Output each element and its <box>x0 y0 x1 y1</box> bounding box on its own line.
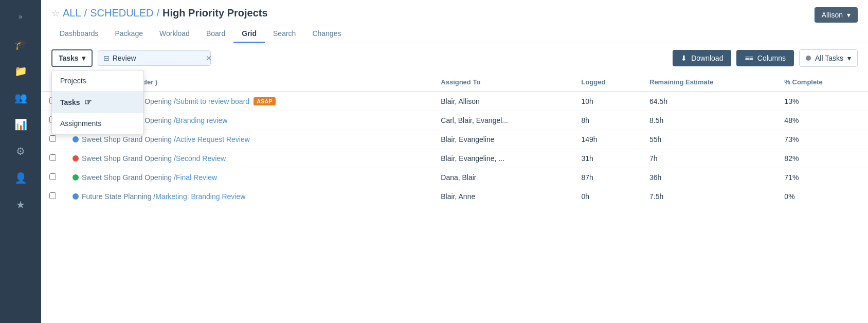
filter-input-wrap: ⊟ ✕ <box>98 50 211 66</box>
breadcrumb-scheduled[interactable]: SCHEDULED <box>90 7 153 19</box>
col-header-remaining: Remaining Estimate <box>641 73 776 92</box>
logged-cell: 8h <box>573 111 641 130</box>
chart-bar-icon[interactable]: 📊 <box>9 113 32 136</box>
remaining-cell: 64.5h <box>641 92 776 111</box>
assigned-to-cell: Carl, Blair, Evangel... <box>432 111 573 130</box>
task-link[interactable]: Branding review <box>176 116 227 124</box>
task-cell: Sweet Shop Grand Opening / Second Review <box>64 149 432 168</box>
assigned-to-cell: Blair, Evangeline <box>432 130 573 149</box>
logged-cell: 31h <box>573 149 641 168</box>
task-project: Sweet Shop Grand Opening / <box>82 135 176 143</box>
header: ☆ ALL / SCHEDULED / High Priority Projec… <box>41 0 868 43</box>
breadcrumb-all[interactable]: ALL <box>63 7 81 19</box>
dropdown-item-tasks[interactable]: Tasks ☞ <box>52 91 143 113</box>
filter-icon: ⊟ <box>103 54 110 62</box>
download-label: Download <box>691 54 723 62</box>
asap-badge: ASAP <box>254 97 276 105</box>
tab-board[interactable]: Board <box>198 25 233 43</box>
breadcrumb-sep1: / <box>84 7 87 19</box>
status-dot-icon <box>73 136 79 142</box>
row-checkbox[interactable] <box>49 173 56 180</box>
tab-changes[interactable]: Changes <box>304 25 349 43</box>
task-link[interactable]: Marketing: Branding Review <box>155 192 245 201</box>
assigned-to-cell: Blair, Anne <box>432 187 573 206</box>
graduation-cap-icon[interactable]: 🎓 <box>9 33 32 56</box>
task-cell: Future State Planning / Marketing: Brand… <box>64 187 432 206</box>
columns-icon: ≡≡ <box>745 54 753 62</box>
table-row: Sweet Shop Grand Opening / Second Review… <box>41 149 868 168</box>
table-row: Sweet Shop Grand Opening / Final Review … <box>41 168 868 187</box>
col-header-complete: % Complete <box>776 73 868 92</box>
all-tasks-label: All Tasks <box>815 54 843 62</box>
gear-icon[interactable]: ⚙ <box>9 140 32 163</box>
logged-cell: 10h <box>573 92 641 111</box>
user-dropdown-icon: ▾ <box>847 11 851 19</box>
remaining-cell: 8.5h <box>641 111 776 130</box>
task-project: Future State Planning / <box>82 192 155 201</box>
complete-cell: 73% <box>776 130 868 149</box>
tab-grid[interactable]: Grid <box>233 25 265 43</box>
assigned-to-cell: Dana, Blair <box>432 168 573 187</box>
download-cloud-icon: ⬇ <box>681 54 687 62</box>
user-menu-button[interactable]: Allison ▾ <box>815 7 858 23</box>
folder-icon[interactable]: 📁 <box>9 60 32 82</box>
table-wrap: Task ( in PRIORITY order ) Assigned To L… <box>41 73 868 323</box>
dropdown-item-assignments[interactable]: Assignments <box>52 113 143 134</box>
assigned-to-cell: Blair, Evangeline, ... <box>432 149 573 168</box>
status-dot-icon <box>73 193 79 200</box>
task-project: Sweet Shop Grand Opening / <box>82 154 176 163</box>
nav-tabs: Dashboards Package Workload Board Grid S… <box>51 25 858 43</box>
all-tasks-button[interactable]: All Tasks ▾ <box>799 49 858 67</box>
table-row: Sweet Shop Grand Opening / Active Reques… <box>41 130 868 149</box>
row-checkbox-cell <box>41 187 64 206</box>
row-checkbox-cell <box>41 149 64 168</box>
tasks-table: Task ( in PRIORITY order ) Assigned To L… <box>41 73 868 206</box>
complete-cell: 48% <box>776 111 868 130</box>
task-link[interactable]: Submit to review board <box>176 97 249 105</box>
tab-workload[interactable]: Workload <box>151 25 198 43</box>
task-cell: Sweet Shop Grand Opening / Final Review <box>64 168 432 187</box>
complete-cell: 71% <box>776 168 868 187</box>
tab-search[interactable]: Search <box>265 25 304 43</box>
complete-cell: 82% <box>776 149 868 168</box>
remaining-cell: 55h <box>641 130 776 149</box>
all-tasks-dot-icon <box>806 56 811 61</box>
expand-sidebar-button[interactable]: » <box>9 8 32 25</box>
breadcrumb: ☆ ALL / SCHEDULED / High Priority Projec… <box>51 7 858 19</box>
page-title: High Priority Projects <box>162 7 268 19</box>
star-icon[interactable]: ★ <box>9 193 32 216</box>
download-button[interactable]: ⬇ Download <box>673 50 731 66</box>
toolbar-area: Tasks ▾ ⊟ ✕ ⬇ Download ≡≡ Columns <box>41 43 868 73</box>
tab-dashboards[interactable]: Dashboards <box>51 25 107 43</box>
all-tasks-dropdown-icon: ▾ <box>847 54 851 62</box>
task-link[interactable]: Second Review <box>176 154 226 163</box>
sidebar: » 🎓 📁 👥 📊 ⚙ 👤 ★ <box>0 0 41 323</box>
logged-cell: 149h <box>573 130 641 149</box>
remaining-cell: 36h <box>641 168 776 187</box>
filter-clear-button[interactable]: ✕ <box>206 54 212 62</box>
users-icon[interactable]: 👥 <box>9 86 32 109</box>
favorite-star-icon[interactable]: ☆ <box>51 8 60 19</box>
toolbar: Tasks ▾ ⊟ ✕ ⬇ Download ≡≡ Columns <box>41 43 868 73</box>
remaining-cell: 7h <box>641 149 776 168</box>
tasks-dropdown-button[interactable]: Tasks ▾ <box>51 49 93 67</box>
tab-package[interactable]: Package <box>107 25 151 43</box>
tasks-btn-label: Tasks <box>59 54 79 62</box>
columns-button[interactable]: ≡≡ Columns <box>736 50 794 66</box>
person-icon[interactable]: 👤 <box>9 167 32 189</box>
row-checkbox[interactable] <box>49 192 56 199</box>
complete-cell: 0% <box>776 187 868 206</box>
table-row: Future State Planning / Marketing: Brand… <box>41 187 868 206</box>
status-dot-icon <box>73 155 79 162</box>
filter-input[interactable] <box>113 54 203 62</box>
table-row: Sweet Shop Grand Opening / Submit to rev… <box>41 92 868 111</box>
task-project: Sweet Shop Grand Opening / <box>82 173 176 182</box>
status-dot-icon <box>73 174 79 181</box>
dropdown-item-projects[interactable]: Projects <box>52 70 143 91</box>
row-checkbox[interactable] <box>49 154 56 161</box>
task-link[interactable]: Final Review <box>176 173 217 182</box>
row-checkbox[interactable] <box>49 135 56 142</box>
task-link[interactable]: Active Request Review <box>176 135 250 143</box>
assigned-to-cell: Blair, Allison <box>432 92 573 111</box>
columns-label: Columns <box>757 54 786 62</box>
